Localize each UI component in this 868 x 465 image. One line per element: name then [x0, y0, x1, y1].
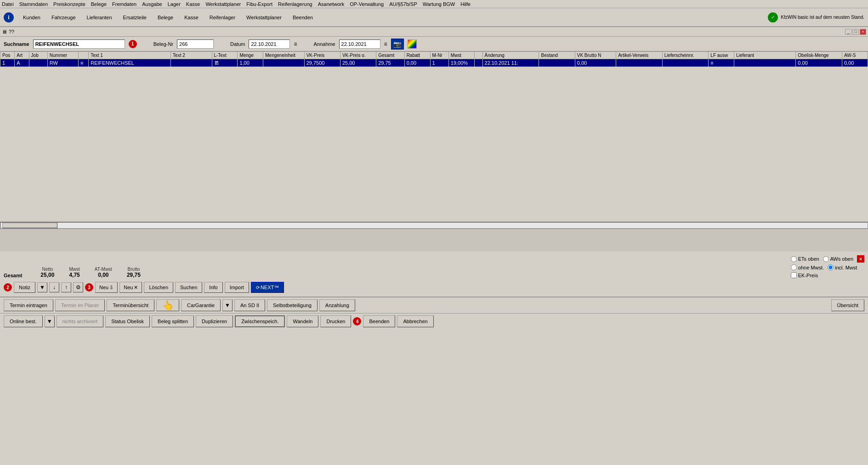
cell-rabatt: 0,00: [404, 59, 430, 67]
loeschen-button[interactable]: Löschen: [144, 282, 173, 293]
table-row[interactable]: 1 A RW ≡ REIFENWECHSEL 🖹 1,00 29,7500 25…: [0, 59, 868, 67]
menu-preiskonzepte[interactable]: Preiskonzepte: [53, 1, 85, 7]
badge-3: 3: [85, 283, 93, 291]
menu-hilfe[interactable]: Hilfe: [460, 1, 471, 7]
neu1-button[interactable]: Neu ⇩: [95, 282, 118, 293]
cargarantie-dropdown[interactable]: ▼: [222, 299, 233, 311]
status-obelisk-button[interactable]: Status Obelisk: [105, 315, 150, 327]
cell-bestand: [539, 59, 575, 67]
datum-input[interactable]: [249, 39, 290, 49]
cell-nummer: RW: [47, 59, 78, 67]
col-mwst: Mwst: [448, 52, 474, 59]
neu2-icon: ✕: [134, 285, 138, 291]
cargarantie-button[interactable]: CarGarantie: [181, 299, 221, 311]
menu-fibu-export[interactable]: Fibu-Export: [246, 1, 272, 7]
menu-belege[interactable]: Belege: [91, 1, 107, 7]
import-button[interactable]: Import: [225, 282, 249, 293]
incl-mwst-radio[interactable]: [828, 264, 834, 270]
toolbar-kasse[interactable]: Kasse: [182, 14, 200, 21]
close-options-button[interactable]: ×: [857, 255, 864, 263]
hscroll-thumb[interactable]: [2, 223, 57, 228]
drucken-button[interactable]: Drucken: [320, 315, 351, 327]
menu-kasse[interactable]: Kasse: [186, 1, 200, 7]
info-button-main[interactable]: Info: [204, 282, 222, 293]
toolbar-belege[interactable]: Belege: [156, 14, 175, 21]
menu-au[interactable]: AU/§57b/SP: [389, 1, 417, 7]
toolbar-kunden[interactable]: Kunden: [21, 14, 42, 21]
uebersicht-button[interactable]: Übersicht: [831, 299, 864, 311]
toolbar-werkstattplaner[interactable]: Werkstattplaner: [244, 14, 284, 21]
nichts-archiviert-button[interactable]: nichts archiviert: [57, 315, 103, 327]
camera-icon-btn[interactable]: 📷: [391, 39, 404, 50]
col-pos: Pos: [0, 52, 15, 59]
col-ltext: L-Text: [212, 52, 238, 59]
annahme-label: Annahme: [313, 41, 335, 47]
ek-preis-checkbox[interactable]: [791, 272, 797, 278]
fingerprint-button[interactable]: 👆: [156, 299, 179, 311]
suchname-input[interactable]: [33, 39, 125, 49]
info-button[interactable]: i: [4, 12, 14, 22]
col-artikelverweis: Artikel-Verweis: [616, 52, 663, 59]
annahme-calendar-icon[interactable]: ≡: [384, 41, 387, 47]
minimize-button[interactable]: _: [845, 29, 851, 35]
menu-lager[interactable]: Lager: [168, 1, 181, 7]
menu-stammdaten[interactable]: Stammdaten: [19, 1, 48, 7]
an-sd-button[interactable]: An SD II: [234, 299, 265, 311]
anzahlung-button[interactable]: Anzahlung: [319, 299, 355, 311]
menu-werkstattplaner[interactable]: Werkstattplaner: [205, 1, 241, 7]
online-best-dropdown[interactable]: ▼: [45, 315, 55, 327]
ets-oben-radio[interactable]: [791, 256, 797, 262]
zwischenspeich-button[interactable]: Zwischenspeich.: [235, 315, 285, 327]
datum-calendar-icon[interactable]: ≡: [294, 41, 297, 47]
settings-button[interactable]: ⚙: [73, 282, 83, 292]
badge-2: 2: [4, 283, 12, 291]
search-bar: Suchname 1 Beleg-Nr Datum ≡ Annahme ≡ 📷: [0, 37, 868, 51]
horizontal-scrollbar[interactable]: [0, 221, 868, 229]
termin-planer-button[interactable]: Termin im Planer: [55, 299, 105, 311]
col-art: Art: [15, 52, 29, 59]
selbstbeteiligung-button[interactable]: Selbstbeteiligung: [267, 299, 318, 311]
annahme-input[interactable]: [339, 39, 380, 49]
menu-op-verwaltung[interactable]: OP-Verwaltung: [350, 1, 384, 7]
next-button[interactable]: ⟳ NEXT™: [251, 282, 284, 293]
notiz-dropdown-button[interactable]: ▼: [37, 282, 47, 292]
abbrechen-button[interactable]: Abbrechen: [397, 315, 433, 327]
menu-reifenlagerung[interactable]: Reifenlagerung: [278, 1, 312, 7]
wandeln-button[interactable]: Wandeln: [287, 315, 318, 327]
maximize-button[interactable]: □: [852, 29, 859, 35]
cell-lieferant: [734, 59, 796, 67]
col-aenderung: Änderung: [482, 52, 539, 59]
ohne-mwst-radio[interactable]: [791, 264, 797, 270]
toolbar-fahrzeuge[interactable]: Fahrzeuge: [50, 14, 78, 21]
hscroll-track[interactable]: [0, 222, 868, 229]
notiz-up-button[interactable]: ↑: [61, 282, 71, 292]
beenden-button[interactable]: Beenden: [363, 315, 395, 327]
neu2-button[interactable]: Neu ✕: [119, 282, 142, 293]
online-best-button[interactable]: Online best.: [4, 315, 43, 327]
col-aws: AW-S: [842, 52, 868, 59]
notiz-button[interactable]: Notiz: [14, 282, 35, 293]
menu-bar: Datei Stammdaten Preiskonzepte Belege Fr…: [0, 0, 868, 8]
menu-asanetwork[interactable]: Asanetwork: [318, 1, 344, 7]
col-bestand: Bestand: [539, 52, 575, 59]
close-button[interactable]: ×: [860, 29, 866, 35]
duplizieren-button[interactable]: Duplizieren: [196, 315, 233, 327]
menu-fremdaten[interactable]: Fremdaten: [112, 1, 136, 7]
aws-oben-radio[interactable]: [823, 256, 829, 262]
toolbar-reifenlager[interactable]: Reifenlager: [208, 14, 237, 21]
termin-eintragen-button[interactable]: Termin eintragen: [4, 299, 53, 311]
cell-mwst: 19,00%: [448, 59, 474, 67]
color-icon-btn[interactable]: [408, 39, 417, 49]
toolbar-beenden[interactable]: Beenden: [291, 14, 315, 21]
terminuebersicht-button[interactable]: Terminübersicht: [107, 299, 154, 311]
suchen-button[interactable]: Suchen: [175, 282, 202, 293]
col-nummer: Nummer: [47, 52, 78, 59]
notiz-down-button[interactable]: ↓: [49, 282, 59, 292]
belegenr-input[interactable]: [177, 39, 214, 49]
toolbar-ersatzteile[interactable]: Ersatzteile: [121, 14, 148, 21]
menu-wartung[interactable]: Wartung BGW: [423, 1, 455, 7]
menu-datei[interactable]: Datei: [2, 1, 14, 7]
toolbar-lieferanten[interactable]: Lieferanten: [85, 14, 114, 21]
menu-ausgabe[interactable]: Ausgabe: [142, 1, 162, 7]
beleg-splitten-button[interactable]: Beleg splitten: [152, 315, 194, 327]
